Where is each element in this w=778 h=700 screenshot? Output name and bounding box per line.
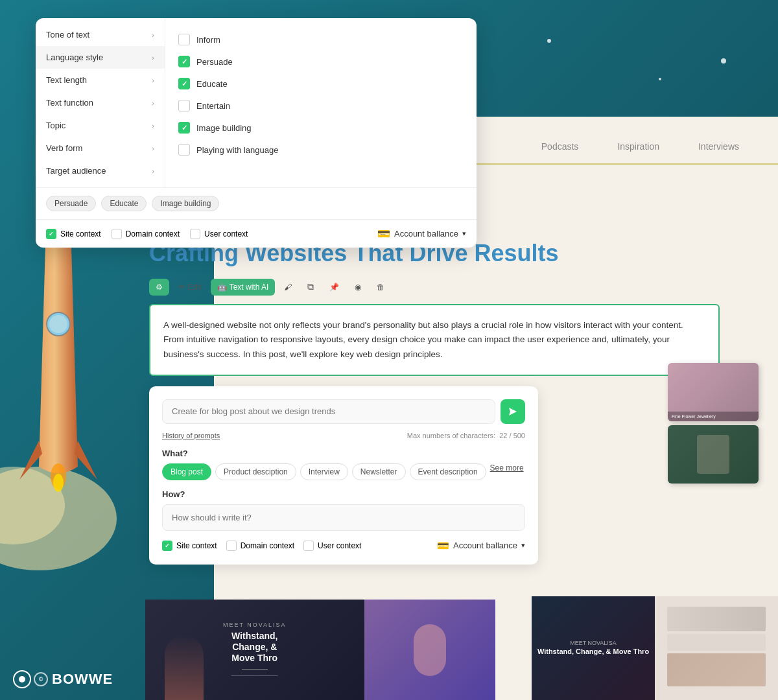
menu-text-length[interactable]: Text length › (36, 69, 165, 91)
context-row: Site context Domain context User context… (36, 219, 477, 248)
bottom-account-balance[interactable]: 💳 Account ballance ▾ (437, 540, 525, 552)
chevron-icon: › (152, 99, 154, 107)
history-link[interactable]: History of prompts (162, 432, 220, 439)
bottom-user-checkbox[interactable] (303, 541, 314, 551)
bottom-context-user[interactable]: User context (303, 541, 361, 551)
bottom-domain-checkbox[interactable] (226, 541, 237, 551)
blog-content: A well-designed website not only reflect… (149, 304, 720, 376)
cc-icon-group: © (34, 672, 48, 686)
checkbox-image-building[interactable] (178, 122, 190, 134)
user-context-checkbox[interactable] (190, 229, 200, 239)
trash-button[interactable]: 🗑 (370, 279, 391, 296)
blog-area: Crafting Websites That Drive Results ⚙ ✏… (149, 240, 720, 565)
checkbox-persuade[interactable] (178, 56, 190, 67)
svg-point-3 (49, 315, 67, 333)
edit-icon: ✏ (178, 282, 185, 292)
checkbox-entertain[interactable] (178, 100, 190, 111)
menu-tone-of-text[interactable]: Tone of text › (36, 23, 165, 46)
content-type-tags: Blog post Product desciption Interview N… (162, 463, 525, 480)
tab-interviews[interactable]: Interviews (698, 141, 739, 154)
option-playing-language[interactable]: Playing with language (178, 139, 464, 161)
chevron-icon: › (152, 167, 154, 175)
left-menu: Tone of text › Language style › Text len… (36, 18, 165, 187)
menu-verb-form[interactable]: Verb form › (36, 137, 165, 159)
tab-inspiration[interactable]: Inspiration (617, 141, 659, 154)
pin-icon: 📌 (329, 283, 339, 292)
menu-topic[interactable]: Topic › (36, 114, 165, 137)
bottom-context-site[interactable]: Site context (162, 541, 217, 551)
menu-text-function[interactable]: Text function › (36, 91, 165, 114)
bottom-images-strip: MEET NOVALISA Withstand,Change, &Move Th… (145, 600, 495, 700)
how-label: How? (162, 489, 525, 499)
domain-context-checkbox[interactable] (112, 229, 122, 239)
tag-image-building[interactable]: Image building (152, 196, 219, 211)
star-decoration (659, 78, 661, 80)
bowwe-logo: © BOWWE (13, 670, 113, 688)
option-inform[interactable]: Inform (178, 29, 464, 51)
menu-target-audience[interactable]: Target audience › (36, 159, 165, 182)
how-input[interactable] (162, 504, 525, 531)
char-count: Max numbers of characters: 22 / 500 (407, 432, 525, 439)
hide-button[interactable]: ◉ (348, 279, 368, 296)
gear-icon: ⚙ (156, 283, 163, 292)
checkbox-educate[interactable] (178, 78, 190, 89)
mockup-left: MEET NOVALISA Withstand, Change, & Move … (532, 596, 655, 700)
see-more-link[interactable]: See more (490, 463, 524, 480)
dropdown-panel: Tone of text › Language style › Text len… (36, 18, 477, 248)
history-row: History of prompts Max numbers of charac… (162, 432, 525, 439)
tag-persuade[interactable]: Persuade (46, 196, 96, 211)
right-options: Inform Persuade Educate Entertain Image … (165, 18, 477, 187)
bottom-context-domain[interactable]: Domain context (226, 541, 294, 551)
strip-image-1: MEET NOVALISA Withstand,Change, &Move Th… (145, 600, 364, 700)
card-image-1: Fine Flower Jewellery (668, 363, 759, 421)
text-ai-button[interactable]: 🤖 Text with AI (211, 279, 276, 296)
context-domain[interactable]: Domain context (112, 229, 180, 239)
rocket-image (0, 194, 130, 583)
context-site[interactable]: Site context (46, 229, 101, 239)
bowwe-wordmark: BOWWE (52, 671, 113, 688)
gear-button[interactable]: ⚙ (149, 279, 169, 296)
brush-button[interactable]: 🖌 (277, 279, 298, 296)
chevron-icon: › (152, 54, 154, 62)
site-context-checkbox[interactable] (46, 229, 56, 239)
tag-product-desc[interactable]: Product desciption (215, 463, 296, 480)
send-button[interactable] (501, 399, 525, 424)
star-decoration (721, 58, 726, 64)
pin-button[interactable]: 📌 (323, 279, 346, 296)
option-educate[interactable]: Educate (178, 73, 464, 95)
context-user[interactable]: User context (190, 229, 248, 239)
option-persuade[interactable]: Persuade (178, 51, 464, 73)
tag-educate[interactable]: Educate (101, 196, 147, 211)
right-image-cards: Fine Flower Jewellery (668, 363, 768, 622)
checkbox-playing-language[interactable] (178, 144, 190, 156)
nav-tabs: Podcasts Inspiration Interviews (541, 141, 739, 154)
tag-event-desc[interactable]: Event description (410, 463, 486, 480)
account-balance-btn[interactable]: 💳 Account ballance ▾ (377, 228, 466, 240)
chevron-down-icon-2: ▾ (521, 541, 525, 550)
checkbox-inform[interactable] (178, 34, 190, 45)
strip-image-2 (364, 600, 496, 700)
prompt-input-row (162, 399, 525, 424)
hide-icon: ◉ (355, 283, 361, 292)
chevron-icon: › (152, 145, 154, 152)
menu-language-style[interactable]: Language style › (36, 46, 165, 69)
tag-newsletter[interactable]: Newsletter (352, 463, 406, 480)
bottom-site-checkbox[interactable] (162, 541, 172, 551)
edit-button[interactable]: ✏ Edit (172, 278, 208, 296)
card-image-2 (668, 425, 759, 484)
logo-circle-icon (13, 670, 31, 688)
option-entertain[interactable]: Entertain (178, 95, 464, 117)
ai-prompt-panel: History of prompts Max numbers of charac… (149, 386, 538, 565)
tag-interview[interactable]: Interview (300, 463, 348, 480)
option-image-building[interactable]: Image building (178, 117, 464, 139)
tab-podcasts[interactable]: Podcasts (541, 141, 579, 154)
copy-button[interactable]: ⧉ (301, 277, 320, 296)
wallet-icon-2: 💳 (437, 540, 449, 552)
star-decoration (547, 39, 551, 43)
chevron-down-icon: ▾ (462, 229, 466, 238)
tag-blog-post[interactable]: Blog post (162, 463, 211, 480)
ai-icon: 🤖 (217, 283, 227, 292)
send-icon (508, 406, 518, 417)
prompt-input[interactable] (162, 399, 495, 424)
editor-toolbar: ⚙ ✏ Edit 🤖 Text with AI 🖌 ⧉ 📌 ◉ 🗑 (149, 277, 720, 296)
